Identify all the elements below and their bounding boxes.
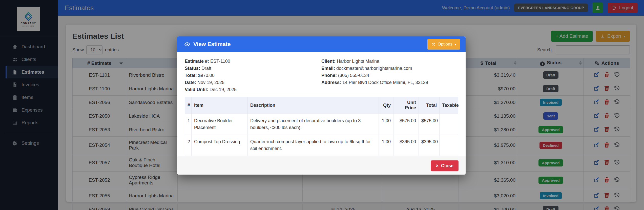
line-item-row: 1Decorative Boulder PlacementDelivery an… <box>185 114 458 135</box>
detail-line: Estimate #: EST-1100 <box>185 58 321 65</box>
options-label: Options <box>438 42 452 47</box>
line-items-header: #ItemDescriptionQtyUnit PriceTotalTaxabl… <box>185 97 458 114</box>
detail-label: Phone: <box>321 73 337 78</box>
detail-label: Email: <box>321 66 335 71</box>
modal-title-wrap: View Estimate <box>184 41 231 48</box>
detail-line: Address: 14 Pier Blvd Dock Office Miami,… <box>321 79 458 86</box>
close-button[interactable]: × Close <box>431 160 459 171</box>
line-items-body: 1Decorative Boulder PlacementDelivery an… <box>185 114 458 156</box>
detail-value: EST-1100 <box>209 59 230 64</box>
item-taxable-cell <box>440 135 458 156</box>
detail-line: Valid Until: Dec 19, 2025 <box>185 86 321 93</box>
line-items-column-total: Total <box>419 97 440 114</box>
item-name-cell: Compost Top Dressing <box>192 135 248 156</box>
options-button[interactable]: Options ▾ <box>427 39 460 50</box>
detail-value: Harbor Lights Marina <box>336 59 379 64</box>
detail-line: Total: $970.00 <box>185 72 321 79</box>
tools-icon <box>431 42 435 47</box>
item-number-cell: 2 <box>185 135 192 156</box>
estimate-details: Estimate #: EST-1100Status: DraftTotal: … <box>185 58 321 93</box>
line-items-column-unit-price: Unit Price <box>393 97 419 114</box>
detail-label: Valid Until: <box>185 87 208 92</box>
detail-value: $970.00 <box>197 73 215 78</box>
item-description-cell: Delivery and placement of decorative bou… <box>248 114 379 135</box>
detail-label: Date: <box>185 80 196 85</box>
estimate-detail-columns: Estimate #: EST-1100Status: DraftTotal: … <box>185 58 458 93</box>
line-items-header-row: #ItemDescriptionQtyUnit PriceTotalTaxabl… <box>185 97 458 114</box>
line-items-column-description: Description <box>248 97 379 114</box>
line-items-table: #ItemDescriptionQtyUnit PriceTotalTaxabl… <box>185 97 458 156</box>
view-estimate-modal: View Estimate Options ▾ Estimate #: EST-… <box>177 36 466 175</box>
modal-footer: × Close <box>177 156 466 175</box>
detail-label: Client: <box>321 59 336 64</box>
item-description-cell: Quarter-inch compost layer applied to la… <box>248 135 379 156</box>
modal-header: View Estimate Options ▾ <box>177 36 466 52</box>
item-total-cell: $395.00 <box>419 135 440 156</box>
line-items-column--: # <box>185 97 192 114</box>
app-root: COMPANY SLOGAN HERE DashboardClientsEsti… <box>0 0 644 210</box>
line-item-row: 2Compost Top DressingQuarter-inch compos… <box>185 135 458 156</box>
item-taxable-cell <box>440 114 458 135</box>
detail-label: Total: <box>185 73 197 78</box>
line-items-column-taxable: Taxable <box>440 97 458 114</box>
detail-label: Estimate #: <box>185 59 209 64</box>
modal-body: Estimate #: EST-1100Status: DraftTotal: … <box>177 52 466 156</box>
detail-value: Dec 19, 2025 <box>208 87 237 92</box>
detail-label: Status: <box>185 66 200 71</box>
item-name-cell: Decorative Boulder Placement <box>192 114 248 135</box>
detail-line: Client: Harbor Lights Marina <box>321 58 458 65</box>
detail-line: Date: Nov 19, 2025 <box>185 79 321 86</box>
line-items-column-qty: Qty <box>379 97 393 114</box>
detail-value: (305) 555-0134 <box>337 73 369 78</box>
detail-value: 14 Pier Blvd Dock Office Miami, FL, 3313… <box>341 80 428 85</box>
detail-label: Address: <box>321 80 341 85</box>
item-unit-price-cell: $395.00 <box>393 135 419 156</box>
item-qty-cell: 1.00 <box>379 135 393 156</box>
item-unit-price-cell: $575.00 <box>393 114 419 135</box>
detail-value: Nov 19, 2025 <box>196 80 224 85</box>
detail-value: dockmaster@harborlightsmarina.com <box>335 66 412 71</box>
item-number-cell: 1 <box>185 114 192 135</box>
item-qty-cell: 1.00 <box>379 114 393 135</box>
detail-line: Email: dockmaster@harborlightsmarina.com <box>321 65 458 72</box>
line-items-column-item: Item <box>192 97 248 114</box>
detail-line: Phone: (305) 555-0134 <box>321 72 458 79</box>
close-label: Close <box>441 163 453 169</box>
modal-title: View Estimate <box>193 41 231 48</box>
item-total-cell: $575.00 <box>419 114 440 135</box>
client-details: Client: Harbor Lights MarinaEmail: dockm… <box>321 58 458 93</box>
close-icon: × <box>436 163 439 169</box>
chevron-down-icon: ▾ <box>454 43 456 46</box>
eye-icon <box>184 41 190 47</box>
detail-value: Draft <box>200 66 211 71</box>
detail-line: Status: Draft <box>185 65 321 72</box>
